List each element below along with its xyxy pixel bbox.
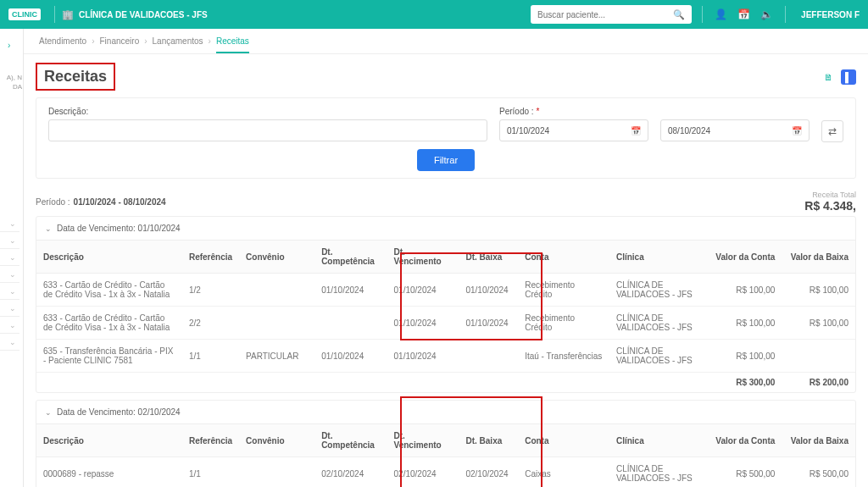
col-venc[interactable]: Dt. Vencimento: [387, 424, 459, 457]
cell-comp: 02/10/2024: [314, 457, 387, 488]
rail-collapse-item[interactable]: ⌄: [0, 249, 19, 266]
add-button[interactable]: ▌: [841, 69, 856, 85]
cell-clin: CLÍNICA DE VALIDACOES - JFS: [609, 457, 709, 488]
group: ⌄Data de Vencimento: 02/10/2024Descrição…: [36, 400, 856, 487]
table-row[interactable]: 635 - Transferência Bancária - PIX - Pac…: [36, 340, 855, 373]
cell-conv: [239, 274, 314, 307]
col-comp[interactable]: Dt. Competência: [314, 241, 387, 274]
rail-collapse-item[interactable]: ⌄: [0, 266, 19, 283]
filter-button[interactable]: Filtrar: [417, 149, 475, 171]
crumb[interactable]: Lançamentos: [153, 36, 203, 46]
search-input[interactable]: [537, 10, 673, 19]
cell-vc: R$ 100,00: [709, 340, 782, 373]
col-conta[interactable]: Conta: [518, 241, 609, 274]
group-header[interactable]: ⌄Data de Vencimento: 02/10/2024: [36, 401, 855, 423]
chevron-right-icon[interactable]: ›: [8, 41, 10, 50]
rail-collapse-item[interactable]: ⌄: [0, 334, 19, 351]
col-ref[interactable]: Referência: [182, 424, 239, 457]
calendar-icon[interactable]: 📅: [631, 126, 641, 136]
building-icon: 🏢: [62, 9, 74, 20]
cell-venc: 01/10/2024: [387, 274, 459, 307]
total-label: Receita Total: [804, 191, 856, 199]
cell-comp: 01/10/2024: [314, 274, 387, 307]
cell-conta: Recebimento Crédito: [518, 307, 609, 340]
col-conta[interactable]: Conta: [518, 424, 609, 457]
col-venc[interactable]: Dt. Vencimento: [387, 241, 459, 274]
cell-vc: R$ 100,00: [709, 307, 782, 340]
col-desc[interactable]: Descrição: [36, 241, 182, 274]
cell-vc: R$ 500,00: [709, 457, 782, 488]
chevron-down-icon: ⌄: [45, 408, 52, 417]
col-desc[interactable]: Descrição: [36, 424, 182, 457]
cell-clin: CLÍNICA DE VALIDACOES - JFS: [609, 340, 709, 373]
cell-desc: 635 - Transferência Bancária - PIX - Pac…: [36, 340, 182, 373]
crumb[interactable]: Atendimento: [39, 36, 86, 46]
export-icon[interactable]: 🗎: [821, 69, 836, 85]
group-title: Data de Vencimento: 01/10/2024: [57, 224, 181, 233]
col-vc[interactable]: Valor da Conta: [709, 241, 782, 274]
cell-ref: 2/2: [182, 307, 239, 340]
cell-conv: [239, 457, 314, 488]
table-row[interactable]: 633 - Cartão de Crédito - Cartão de Créd…: [36, 274, 855, 307]
footer-vb: R$ 200,00: [782, 373, 855, 393]
user-icon[interactable]: 👤: [715, 8, 727, 20]
col-vc[interactable]: Valor da Conta: [709, 424, 782, 457]
rail-collapse-item[interactable]: ⌄: [0, 317, 19, 334]
rail-collapse-item[interactable]: ⌄: [0, 283, 19, 300]
col-comp[interactable]: Dt. Competência: [314, 424, 387, 457]
logo-badge: CLINIC: [8, 8, 41, 20]
cell-vb: R$ 500,00: [782, 457, 855, 488]
user-name[interactable]: JEFFERSON F: [801, 10, 860, 19]
cell-comp: [314, 307, 387, 340]
cell-vb: R$ 100,00: [782, 274, 855, 307]
search-icon[interactable]: 🔍: [673, 9, 685, 20]
topbar: CLINIC 🏢 CLÍNICA DE VALIDACOES - JFS 🔍 👤…: [0, 0, 868, 29]
cell-vb: R$ 100,00: [782, 307, 855, 340]
cell-clin: CLÍNICA DE VALIDACOES - JFS: [609, 274, 709, 307]
table-row[interactable]: 0000689 - repasse1/102/10/202402/10/2024…: [36, 457, 855, 488]
cell-conta: Caixas: [518, 457, 609, 488]
date-from-input[interactable]: 01/10/2024 📅: [499, 119, 648, 141]
main: Atendimento› Financeiro› Lançamentos› Re…: [24, 29, 868, 487]
date-to-input[interactable]: 08/10/2024 📅: [660, 119, 810, 141]
cell-venc: 02/10/2024: [387, 457, 459, 488]
sound-icon[interactable]: 🔈: [760, 8, 773, 20]
col-conv[interactable]: Convênio: [239, 241, 314, 274]
total-value: R$ 4.348,: [804, 199, 856, 213]
calendar-icon[interactable]: 📅: [792, 126, 802, 136]
calendar-icon[interactable]: 📅: [737, 8, 750, 20]
cell-baixa: [459, 340, 518, 373]
cell-venc: 01/10/2024: [387, 340, 459, 373]
annotation-box: Receitas: [36, 63, 115, 91]
col-vb[interactable]: Valor da Baixa: [782, 424, 855, 457]
footer-vc: R$ 300,00: [709, 373, 782, 393]
col-conv[interactable]: Convênio: [239, 424, 314, 457]
period-label: Período :: [36, 197, 70, 207]
swap-dates-button[interactable]: ⇄: [821, 120, 843, 142]
col-baixa[interactable]: Dt. Baixa: [459, 241, 518, 274]
rail-collapse-item[interactable]: ⌄: [0, 232, 19, 249]
col-vb[interactable]: Valor da Baixa: [782, 241, 855, 274]
period-label: Período : *: [499, 107, 648, 116]
crumb-active[interactable]: Receitas: [216, 36, 249, 53]
col-ref[interactable]: Referência: [182, 241, 239, 274]
col-clin[interactable]: Clínica: [609, 424, 709, 457]
chevron-down-icon: ⌄: [45, 224, 52, 233]
rail-collapse-item[interactable]: ⌄: [0, 215, 19, 232]
desc-input[interactable]: [48, 119, 487, 141]
rail-collapse-item[interactable]: ⌄: [0, 300, 19, 317]
col-clin[interactable]: Clínica: [609, 241, 709, 274]
cell-conta: Itaú - Transferências: [518, 340, 609, 373]
data-table: DescriçãoReferênciaConvênioDt. Competênc…: [36, 240, 855, 392]
cell-comp: 01/10/2024: [314, 340, 387, 373]
cell-venc: 01/10/2024: [387, 307, 459, 340]
search-input-wrap[interactable]: 🔍: [531, 5, 692, 24]
spacer-label: [660, 107, 810, 116]
desc-label: Descrição:: [48, 107, 487, 116]
page-title: Receitas: [44, 68, 107, 86]
divider: [702, 6, 703, 23]
col-baixa[interactable]: Dt. Baixa: [459, 424, 518, 457]
table-row[interactable]: 633 - Cartão de Crédito - Cartão de Créd…: [36, 307, 855, 340]
group-header[interactable]: ⌄Data de Vencimento: 01/10/2024: [36, 217, 855, 240]
crumb[interactable]: Financeiro: [100, 36, 140, 46]
